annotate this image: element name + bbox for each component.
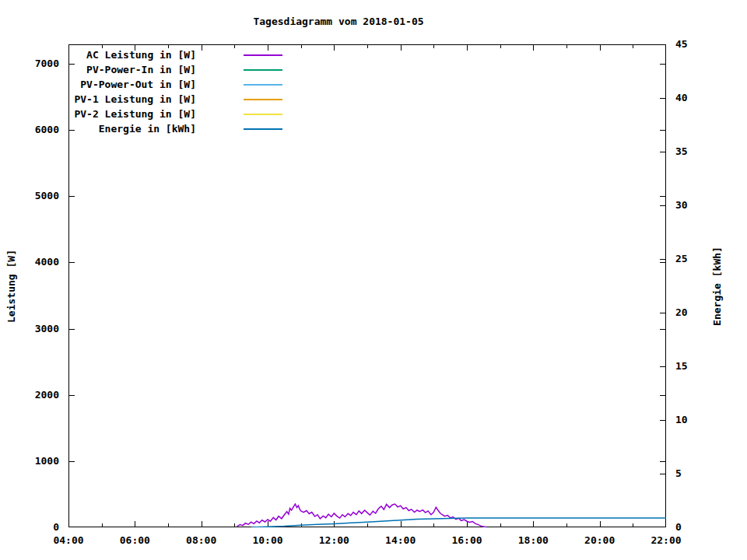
chart-page: Tagesdiagramm vom 2018-01-05 Leistung [W… bbox=[0, 0, 747, 560]
chart-title: Tagesdiagramm vom 2018-01-05 bbox=[0, 16, 677, 27]
legend-line-sample bbox=[244, 128, 282, 130]
y-right-tick-label: 20 bbox=[675, 306, 722, 319]
legend-label: Energie in [kWh] bbox=[0, 123, 196, 135]
y-left-tick-label: 0 bbox=[0, 521, 59, 534]
y-right-tick-label: 0 bbox=[675, 521, 722, 534]
y-left-tick-label: 5000 bbox=[0, 190, 59, 202]
y-right-tick-label: 15 bbox=[675, 360, 722, 373]
y-left-tick-label: 3000 bbox=[0, 323, 59, 335]
legend-label: PV-Power-In in [W] bbox=[0, 64, 196, 76]
y-right-tick-label: 45 bbox=[675, 38, 722, 51]
legend-label: AC Leistung in [W] bbox=[0, 49, 196, 61]
x-axis-tick-label: 16:00 bbox=[436, 534, 498, 547]
x-axis-tick-label: 22:00 bbox=[635, 534, 697, 547]
series-line-energie-in-kwh bbox=[251, 518, 666, 527]
x-axis-tick-label: 04:00 bbox=[37, 534, 100, 547]
y-right-tick-label: 10 bbox=[675, 414, 722, 426]
y-left-tick-label: 2000 bbox=[0, 389, 59, 401]
legend-line-sample bbox=[244, 114, 282, 115]
y-right-tick-label: 5 bbox=[675, 467, 722, 480]
y-right-tick-label: 35 bbox=[675, 145, 722, 158]
x-axis-tick-label: 10:00 bbox=[237, 534, 299, 547]
legend-line-sample bbox=[244, 84, 282, 86]
legend-label: PV-2 Leistung in [W] bbox=[0, 108, 196, 121]
y-right-tick-label: 30 bbox=[675, 199, 722, 212]
x-axis-tick-label: 18:00 bbox=[502, 534, 564, 547]
y-right-tick-label: 25 bbox=[675, 253, 722, 265]
legend-label: PV-Power-Out in [W] bbox=[0, 79, 196, 91]
legend-label: PV-1 Leistung in [W] bbox=[0, 93, 196, 106]
legend-line-sample bbox=[244, 54, 282, 56]
x-axis-tick-label: 12:00 bbox=[303, 534, 365, 547]
series-line-ac-leistung-in-w bbox=[237, 504, 486, 527]
legend-line-sample bbox=[244, 99, 282, 100]
legend-line-sample bbox=[244, 69, 282, 71]
x-axis-tick-label: 20:00 bbox=[569, 534, 631, 547]
y-right-tick-label: 40 bbox=[675, 92, 722, 104]
y-left-tick-label: 4000 bbox=[0, 256, 59, 268]
x-axis-tick-label: 06:00 bbox=[103, 534, 166, 547]
x-axis-tick-label: 08:00 bbox=[170, 534, 233, 547]
x-axis-tick-label: 14:00 bbox=[370, 534, 432, 547]
y-left-tick-label: 1000 bbox=[0, 455, 59, 467]
